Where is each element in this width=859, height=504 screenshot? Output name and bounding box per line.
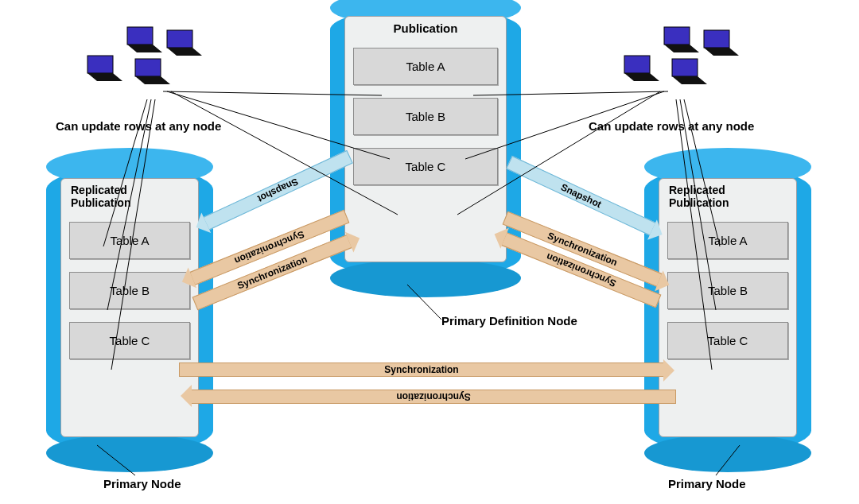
publication-panel: Replicated Publication Table A Table B T…: [60, 178, 199, 437]
label-primary-node-right: Primary Node: [668, 477, 746, 490]
table-box: Table A: [353, 48, 498, 85]
primary-node-left: Replicated Publication Table A Table B T…: [46, 167, 213, 453]
client-laptops-left: [80, 24, 215, 95]
arrow-head-icon: [181, 385, 192, 407]
svg-rect-14: [704, 30, 729, 48]
table-box: Table A: [667, 222, 788, 259]
svg-marker-11: [672, 76, 707, 84]
table-box: Table A: [69, 222, 190, 259]
publication-panel: Replicated Publication Table A Table B T…: [659, 178, 797, 437]
label-primary-definition-node: Primary Definition Node: [441, 314, 577, 328]
note-update-right: Can update rows at any node: [589, 119, 754, 133]
svg-rect-12: [664, 27, 690, 45]
svg-rect-6: [167, 30, 192, 48]
arrow-label: Snapshot: [559, 181, 603, 210]
svg-rect-8: [624, 56, 650, 73]
panel-title: Replicated Publication: [69, 184, 190, 209]
table-box: Table C: [667, 322, 788, 359]
primary-node-right: Replicated Publication Table A Table B T…: [644, 167, 811, 453]
svg-rect-4: [127, 27, 153, 45]
arrow-sync-left-to-right: Synchronization: [179, 362, 664, 377]
svg-rect-0: [87, 56, 113, 73]
table-box: Table B: [667, 272, 788, 309]
arrow-label: Snapshot: [256, 176, 300, 204]
svg-marker-5: [127, 45, 162, 52]
svg-rect-2: [135, 59, 161, 76]
svg-marker-15: [704, 48, 739, 56]
svg-marker-3: [135, 76, 170, 84]
table-box: Table B: [353, 98, 498, 135]
arrow-label: Synchronization: [396, 391, 470, 402]
svg-marker-7: [167, 48, 202, 56]
panel-title: Publication: [353, 21, 498, 35]
table-box: Table C: [69, 322, 190, 359]
arrow-head-icon: [663, 359, 674, 382]
note-update-left: Can update rows at any node: [56, 119, 221, 133]
svg-marker-13: [664, 45, 699, 52]
label-primary-node-left: Primary Node: [103, 477, 181, 490]
arrow-sync-right-to-left: Synchronization: [191, 390, 676, 404]
publication-panel: Publication Table A Table B Table C: [344, 16, 507, 262]
svg-marker-1: [87, 73, 122, 81]
label-text: Primary Definition Node: [441, 314, 577, 328]
svg-marker-9: [624, 73, 659, 81]
arrow-label: Synchronization: [384, 364, 458, 375]
table-box: Table C: [353, 148, 498, 185]
panel-title: Replicated Publication: [667, 184, 788, 209]
svg-rect-10: [672, 59, 698, 76]
diagram-stage: Publication Table A Table B Table C Repl…: [0, 0, 859, 504]
table-box: Table B: [69, 272, 190, 309]
client-laptops-right: [616, 24, 752, 95]
